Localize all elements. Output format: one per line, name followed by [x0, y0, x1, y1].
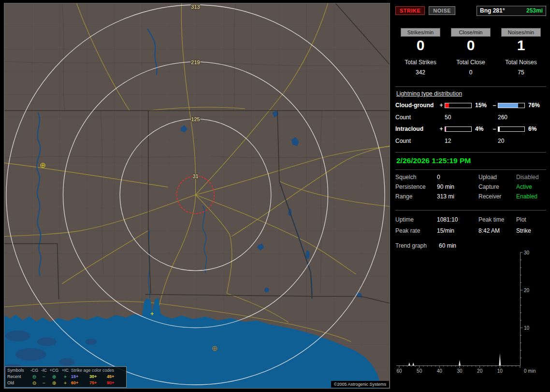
total-strikes-label: Total Strikes	[395, 59, 446, 66]
settings-table: Squelch 0 Upload Disabled Persistence 90…	[395, 172, 546, 201]
plus-sign: +	[438, 102, 445, 109]
neg-cg-icon: ⊖	[29, 374, 39, 380]
stats-row: Uptime 1081:10 Peak time Plot	[395, 214, 546, 225]
age-code: 75+	[89, 380, 107, 386]
legend-col-neg-ic: -IC	[39, 367, 49, 374]
peak-rate-value: 15/min	[437, 227, 478, 234]
neg-ic-icon: −	[39, 380, 49, 386]
ic-minus-bar	[498, 126, 525, 132]
range-ring-label: 313	[191, 4, 200, 10]
total-noises-label: Total Noises	[496, 59, 546, 66]
trend-window-value: 60 min	[439, 242, 546, 249]
total-noises-value: 75	[496, 69, 546, 76]
cg-minus-bar	[498, 103, 525, 108]
map-view[interactable]: 313 219 125 31 Symbols -CG -IC +CG +IC S…	[4, 3, 390, 389]
age-code: 15+	[71, 374, 89, 380]
ic-minus-percent: 6%	[525, 126, 546, 132]
settings-row: Squelch 0 Upload Disabled	[395, 172, 546, 182]
noises-per-min-value: 1	[496, 38, 546, 53]
age-code: 60+	[71, 380, 89, 386]
svg-text:20: 20	[477, 368, 483, 374]
upload-status: Disabled	[516, 174, 546, 181]
map-legend: Symbols -CG -IC +CG +IC Strike age color…	[5, 366, 127, 388]
svg-text:60: 60	[396, 368, 402, 374]
neg-ic-icon: −	[39, 374, 49, 380]
legend-age-header: Strike age color codes	[71, 367, 124, 374]
count-label: Count	[395, 114, 438, 121]
bearing-distance: 253mi	[526, 7, 543, 14]
datetime-display: 2/26/2026 1:25:19 PM	[395, 153, 546, 169]
strike-toggle-button[interactable]: STRIKE	[395, 6, 425, 15]
range-label: Range	[395, 193, 437, 200]
pos-cg-icon: ⊕	[49, 374, 59, 380]
svg-text:0 min: 0 min	[524, 368, 536, 374]
cg-plus-count: 50	[445, 114, 472, 121]
capture-status: Active	[516, 183, 546, 190]
intracloud-row: Intracloud + 4% – 6%	[395, 123, 546, 135]
minus-sign: –	[491, 102, 498, 109]
pos-ic-icon: +	[59, 374, 71, 380]
divider	[395, 210, 546, 210]
close-column: Close/min 0 Total Close 0	[446, 28, 496, 76]
divider	[395, 86, 546, 87]
close-per-min-value: 0	[446, 38, 496, 53]
svg-text:10: 10	[524, 325, 530, 331]
close-per-min-box[interactable]: Close/min	[451, 28, 491, 37]
range-ring-label: 125	[191, 116, 200, 122]
range-ring-label: 219	[191, 59, 200, 65]
mode-toolbar: STRIKE NOISE Bng 281° 253mi	[395, 6, 546, 15]
persistence-label: Persistence	[395, 183, 437, 190]
receiver-label: Receiver	[478, 193, 516, 200]
trend-graph: 6050403020100 min302010	[395, 251, 546, 380]
noise-toggle-button[interactable]: NOISE	[429, 6, 455, 15]
total-close-label: Total Close	[446, 59, 496, 66]
upload-label: Upload	[478, 174, 516, 181]
total-strikes-value: 342	[395, 69, 446, 76]
nexstorm-window: 313 219 125 31 Symbols -CG -IC +CG +IC S…	[0, 0, 550, 392]
legend-col-pos-cg: +CG	[49, 367, 59, 374]
peak-time-label: Peak time	[478, 216, 516, 223]
plus-sign: +	[438, 126, 445, 132]
legend-row-old: Old	[7, 380, 29, 386]
neg-cg-icon: ⊖	[29, 380, 39, 386]
stats-table: Uptime 1081:10 Peak time Plot Peak rate …	[395, 214, 546, 236]
svg-text:30: 30	[524, 251, 530, 255]
minus-sign: –	[491, 126, 498, 132]
ic-minus-count: 20	[498, 138, 525, 144]
squelch-label: Squelch	[395, 174, 437, 181]
legend-col-pos-ic: +IC	[59, 367, 71, 374]
lightning-map[interactable]: 313 219 125 31	[4, 3, 390, 388]
persistence-value: 90 min	[437, 183, 478, 190]
plot-mode-value: Strike	[516, 227, 546, 234]
cloud-ground-row: Cloud-ground + 15% – 76%	[395, 99, 546, 112]
strike-symbol	[213, 346, 217, 350]
range-value: 313 mi	[437, 193, 478, 200]
copyright-notice: ©2005 Astrogenic Systems	[331, 381, 389, 388]
uptime-value: 1081:10	[437, 216, 478, 223]
intracloud-count-row: Count 12 20	[395, 135, 546, 146]
noises-per-min-box[interactable]: Noises/min	[501, 28, 541, 37]
stats-row: Peak rate 15/min 8:42 AM Strike	[395, 225, 546, 236]
strike-symbol	[41, 163, 45, 168]
receiver-status: Enabled	[516, 193, 546, 200]
legend-symbols-header: Symbols	[7, 367, 29, 374]
capture-label: Capture	[478, 183, 516, 190]
peak-time-value: 8:42 AM	[478, 227, 516, 234]
noises-column: Noises/min 1 Total Noises 75	[496, 28, 546, 76]
cloud-ground-count-row: Count 50 260	[395, 112, 546, 123]
total-close-value: 0	[446, 69, 496, 76]
age-code: 90+	[107, 380, 124, 386]
ic-plus-percent: 4%	[472, 126, 491, 132]
settings-row: Range 313 mi Receiver Enabled	[395, 192, 546, 201]
svg-text:20: 20	[524, 288, 530, 293]
strikes-per-min-box[interactable]: Strikes/min	[401, 28, 440, 37]
pos-cg-icon: ⊕	[49, 380, 59, 386]
bearing-value: Bng 281°	[480, 7, 505, 14]
svg-text:50: 50	[417, 368, 422, 374]
strikes-per-min-value: 0	[395, 38, 446, 53]
cg-minus-count: 260	[498, 114, 525, 121]
age-code: 45+	[107, 374, 124, 380]
strikes-column: Strikes/min 0 Total Strikes 342	[395, 28, 446, 76]
age-code: 30+	[89, 374, 107, 380]
divider	[395, 169, 546, 170]
